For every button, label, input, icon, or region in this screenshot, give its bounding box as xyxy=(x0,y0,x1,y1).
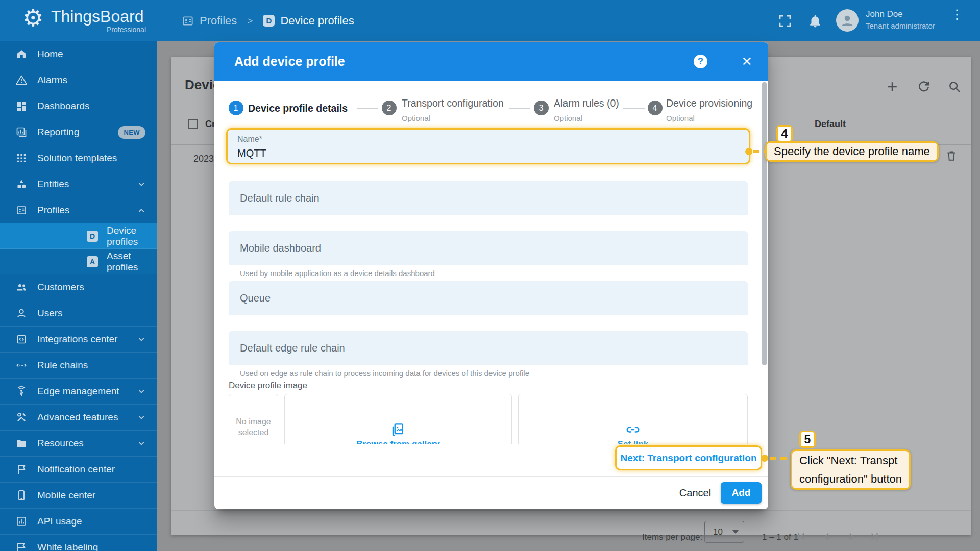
sidebar-item-label: Advanced features xyxy=(37,412,118,423)
notifications-bell-icon[interactable] xyxy=(807,13,823,29)
stepper-connector-line xyxy=(357,108,378,109)
advanced-features-icon xyxy=(15,411,28,423)
sidebar-item-edge-management[interactable]: Edge management xyxy=(0,379,157,405)
sidebar-item-users[interactable]: Users xyxy=(0,300,157,327)
rule-chains-icon xyxy=(15,359,28,371)
home-icon xyxy=(15,48,28,60)
stepper-step-2-circle[interactable]: 2 xyxy=(382,101,397,115)
stepper-step-3-circle[interactable]: 3 xyxy=(534,101,549,115)
queue-field[interactable]: Queue xyxy=(229,281,748,315)
sidebar-item-integrations-center[interactable]: Integrations center xyxy=(0,327,157,353)
first-page-icon[interactable] xyxy=(795,530,808,543)
browse-from-gallery-label: Browse from gallery xyxy=(356,439,439,444)
image-section: No image selected Browse from gallery Se… xyxy=(229,394,748,444)
sidebar-item-rule-chains[interactable]: Rule chains xyxy=(0,353,157,379)
sidebar-item-advanced-features[interactable]: Advanced features xyxy=(0,405,157,431)
sidebar-item-mobile-center[interactable]: Mobile center xyxy=(0,483,157,509)
refresh-icon[interactable] xyxy=(916,79,932,94)
annotation-5-callout: Click "Next: Transpt configuration" butt… xyxy=(791,449,911,490)
sidebar-item-label: Reporting xyxy=(37,127,79,138)
asset-profiles-letter-icon: A xyxy=(87,256,98,267)
sidebar-item-label: Profiles xyxy=(37,205,69,216)
default-column-header[interactable]: Default xyxy=(815,119,846,130)
sidebar-item-profiles[interactable]: Profiles xyxy=(0,197,157,223)
top-header: ⚙ ThingsBoard Professional Profiles > D … xyxy=(0,0,980,41)
sidebar-item-alarms[interactable]: Alarms xyxy=(0,67,157,93)
add-button[interactable]: Add xyxy=(721,482,762,504)
sidebar-item-white-labeling[interactable]: White labeling xyxy=(0,535,157,551)
next-page-icon[interactable] xyxy=(845,530,858,543)
search-icon[interactable] xyxy=(947,79,962,94)
fullscreen-icon[interactable] xyxy=(777,13,793,29)
sidebar-item-asset-profiles[interactable]: AAsset profiles xyxy=(0,249,157,274)
add-device-profile-dialog: Add device profile ? × 1Device profile d… xyxy=(214,42,768,509)
dialog-header: Add device profile ? × xyxy=(214,42,768,81)
items-per-page-select[interactable]: 10 xyxy=(704,521,744,543)
device-profiles-letter-icon: D xyxy=(87,231,98,242)
close-icon[interactable]: × xyxy=(742,51,752,71)
sidebar-item-customers[interactable]: Customers xyxy=(0,274,157,300)
delete-trash-icon[interactable] xyxy=(945,149,958,162)
sidebar-item-label: Integrations center xyxy=(37,334,117,345)
table-row-created-cell: 2023 xyxy=(193,154,214,164)
name-field-highlight: Name* MQTT xyxy=(226,128,750,164)
solution-templates-icon xyxy=(15,152,28,164)
default-edge-rule-chain-helper-text: Used on edge as rule chain to process in… xyxy=(240,369,529,378)
chevron-up-icon xyxy=(136,205,146,215)
mobile-center-icon xyxy=(15,489,28,502)
sidebar-item-label: Notification center xyxy=(37,464,115,475)
stepper-step-label: Device profile details xyxy=(248,103,348,114)
chevron-down-icon xyxy=(136,334,146,344)
no-image-placeholder: No image selected xyxy=(229,394,278,444)
dialog-title: Add device profile xyxy=(234,54,345,69)
default-rule-chain-field[interactable]: Default rule chain xyxy=(229,181,748,215)
user-avatar[interactable] xyxy=(836,9,859,32)
default-edge-rule-chain-field[interactable]: Default edge rule chain xyxy=(229,331,748,365)
sidebar-item-label: Mobile center xyxy=(37,490,95,501)
sidebar-item-label: Users xyxy=(37,308,63,319)
mobile-dashboard-helper-text: Used by mobile application as a device d… xyxy=(240,269,435,278)
breadcrumb-profiles[interactable]: Profiles xyxy=(200,14,237,28)
dialog-scrollbar[interactable] xyxy=(762,82,767,365)
sidebar-item-label: Dashboards xyxy=(37,101,89,112)
profiles-badge-icon xyxy=(181,14,194,28)
sidebar-item-entities[interactable]: Entities xyxy=(0,171,157,197)
sidebar-item-device-profiles[interactable]: DDevice profiles xyxy=(0,223,157,249)
stepper-step-4-circle[interactable]: 4 xyxy=(648,101,663,115)
sidebar-item-resources[interactable]: Resources xyxy=(0,431,157,457)
notification-center-icon xyxy=(15,463,28,475)
help-icon[interactable]: ? xyxy=(694,55,707,68)
previous-page-icon[interactable] xyxy=(820,530,834,543)
select-caret-icon xyxy=(732,530,739,534)
logo-edition: Professional xyxy=(51,26,146,34)
sidebar-item-label: Edge management xyxy=(37,386,119,397)
select-all-checkbox[interactable] xyxy=(188,119,198,129)
mobile-dashboard-field[interactable]: Mobile dashboard xyxy=(229,231,748,265)
sidebar-item-notification-center[interactable]: Notification center xyxy=(0,457,157,483)
sidebar-item-dashboards[interactable]: Dashboards xyxy=(0,93,157,119)
sidebar-item-label: Resources xyxy=(37,438,84,449)
add-entity-plus-icon[interactable] xyxy=(885,79,900,94)
cancel-button[interactable]: Cancel xyxy=(676,482,714,504)
sidebar-item-reporting[interactable]: ReportingNEW xyxy=(0,119,157,145)
user-name: John Doe xyxy=(866,9,903,19)
sidebar-item-solution-templates[interactable]: Solution templates xyxy=(0,145,157,171)
name-input[interactable]: MQTT xyxy=(237,147,749,159)
browse-from-gallery-button[interactable]: Browse from gallery xyxy=(284,394,512,444)
stepper-step-1-circle[interactable]: 1 xyxy=(229,101,243,115)
edge-management-icon xyxy=(15,385,28,397)
breadcrumb-separator: > xyxy=(247,15,253,27)
header-kebab-menu-icon[interactable]: ⋮ xyxy=(950,11,961,30)
sidebar-item-label: Customers xyxy=(37,282,84,293)
annotation-5-badge: 5 xyxy=(799,431,816,448)
next-transport-configuration-button[interactable]: Next: Transport configuration xyxy=(615,445,762,470)
set-link-button[interactable]: Set link xyxy=(518,394,748,444)
sidebar-item-api-usage[interactable]: API usage xyxy=(0,509,157,535)
sidebar-item-label: Entities xyxy=(37,179,69,190)
last-page-icon[interactable] xyxy=(868,530,881,543)
sidebar-item-home[interactable]: Home xyxy=(0,41,157,67)
sidebar-item-label: Alarms xyxy=(37,74,67,86)
sidebar-nav: HomeAlarmsDashboardsReportingNEWSolution… xyxy=(0,41,157,551)
breadcrumb-device-profiles[interactable]: Device profiles xyxy=(280,14,354,28)
thingsboard-logo-gear-icon: ⚙ xyxy=(22,4,43,32)
